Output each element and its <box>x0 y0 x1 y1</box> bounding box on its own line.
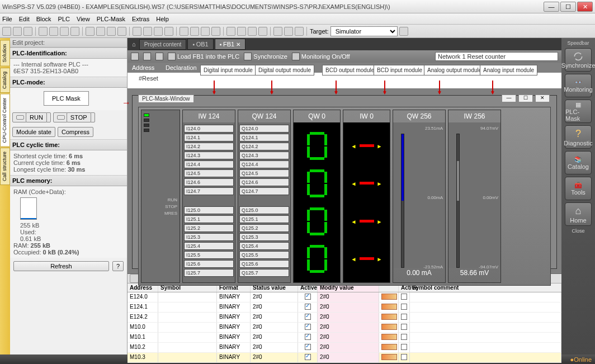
modify-control[interactable] <box>381 354 397 360</box>
menu-plcmask[interactable]: PLC-Mask <box>97 16 125 22</box>
io-bit[interactable]: I125.2 <box>184 224 234 232</box>
io-bit[interactable]: Q124.1 <box>239 134 289 141</box>
tool-icon[interactable] <box>226 27 235 36</box>
table-row[interactable]: E124.2BINARY2#02#0 <box>128 313 561 323</box>
checkbox[interactable] <box>305 324 311 330</box>
table-row[interactable]: E124.0BINARY2#02#0 <box>128 292 561 302</box>
tab-fb1[interactable]: ▪ FB1 ✕ <box>215 39 245 50</box>
speedbar-diagnostic[interactable]: ?Diagnostic <box>565 125 592 149</box>
io-bit[interactable]: I125.6 <box>184 260 234 268</box>
io-bit[interactable]: Q125.1 <box>239 215 289 223</box>
io-bit[interactable]: Q125.2 <box>239 224 289 232</box>
modify-control[interactable] <box>381 314 397 320</box>
min-icon[interactable]: — <box>502 94 516 102</box>
io-bit[interactable]: I124.2 <box>184 143 234 150</box>
table-row[interactable]: M10.0BINARY2#02#0 <box>128 323 561 333</box>
io-bit[interactable]: Q124.3 <box>239 152 289 159</box>
speedbar-tools[interactable]: 🧰Tools <box>565 177 592 200</box>
io-bit[interactable]: Q125.6 <box>239 260 289 268</box>
tool-icon[interactable] <box>237 27 246 36</box>
checkbox[interactable] <box>401 314 407 320</box>
io-bit[interactable]: I125.4 <box>184 242 234 250</box>
tab-cpu-control[interactable]: CPU-Control Center <box>0 94 10 147</box>
io-bit[interactable]: I125.3 <box>184 233 234 241</box>
checkbox[interactable] <box>401 334 407 340</box>
speedbar-catalog[interactable]: 📚Catalog <box>565 151 592 174</box>
modify-control[interactable] <box>381 324 397 330</box>
io-bit[interactable]: Q124.0 <box>239 125 289 133</box>
io-bit[interactable]: Q125.5 <box>239 251 289 259</box>
menu-view[interactable]: View <box>77 16 90 22</box>
module-iw0[interactable]: IW 0 ◄►◄►◄►◄► <box>343 110 390 283</box>
table-row[interactable]: M10.1BINARY2#02#0 <box>128 333 561 343</box>
io-bit[interactable]: Q125.0 <box>239 206 289 214</box>
tool-icon[interactable] <box>131 53 139 60</box>
io-bit[interactable]: I124.7 <box>184 187 234 195</box>
tool-icon[interactable] <box>258 27 267 36</box>
module-iw256[interactable]: IW 256 94.07mV 0.00mV -94.07mV 58.66 mV <box>448 110 501 283</box>
target-select[interactable]: Simulator <box>330 26 398 36</box>
io-bit[interactable]: I124.4 <box>184 160 234 168</box>
checkbox[interactable] <box>305 304 311 310</box>
io-bit[interactable]: Q124.7 <box>239 187 289 195</box>
tab-call-structure[interactable]: Call structure <box>0 148 10 185</box>
speedbar-plcmask[interactable]: ▦PLC-Mask <box>565 100 592 123</box>
io-bit[interactable]: Q124.5 <box>239 169 289 177</box>
tool-icon[interactable] <box>117 27 126 36</box>
module-qw0[interactable]: QW 0 <box>293 110 341 283</box>
io-bit[interactable]: I124.6 <box>184 178 234 186</box>
monitoring-button[interactable]: Monitoring On/Off <box>292 53 350 60</box>
tool-icon[interactable] <box>70 27 79 36</box>
tool-icon[interactable] <box>211 27 220 36</box>
menu-extras[interactable]: Extras <box>132 16 149 22</box>
io-bit[interactable]: I125.0 <box>184 206 234 214</box>
tool-icon[interactable] <box>13 27 22 36</box>
tab-project-content[interactable]: Project content <box>139 39 187 50</box>
home-icon[interactable]: ⌂ <box>130 41 138 48</box>
tab-solution[interactable]: Solution <box>0 40 10 67</box>
modify-control[interactable] <box>381 304 397 310</box>
analog-bar[interactable] <box>401 134 404 268</box>
checkbox[interactable] <box>305 354 311 360</box>
io-bit[interactable]: I124.1 <box>184 134 234 141</box>
tool-icon[interactable] <box>155 53 163 60</box>
checkbox[interactable] <box>401 304 407 310</box>
module-qw124[interactable]: QW 124 Q124.0Q124.1Q124.2Q124.3Q124.4Q12… <box>238 110 291 283</box>
checkbox[interactable] <box>305 344 311 350</box>
menu-block[interactable]: Block <box>36 16 51 22</box>
module-state-button[interactable]: Module state <box>12 127 55 137</box>
menu-file[interactable]: File <box>2 16 12 22</box>
tool-icon[interactable] <box>60 27 69 36</box>
io-bit[interactable]: I124.0 <box>184 125 234 133</box>
io-bit[interactable]: Q124.4 <box>239 160 289 168</box>
modify-control[interactable] <box>381 344 397 350</box>
tool-icon[interactable] <box>201 27 210 36</box>
io-bit[interactable]: Q125.7 <box>239 269 289 277</box>
tab-catalog[interactable]: Catalog <box>0 68 10 93</box>
maximize-button[interactable]: ☐ <box>560 2 576 12</box>
menu-help[interactable]: Help <box>156 16 169 22</box>
checkbox[interactable] <box>305 334 311 340</box>
io-bit[interactable]: I124.5 <box>184 169 234 177</box>
close-button[interactable]: ✕ <box>577 2 593 12</box>
tool-icon[interactable] <box>143 53 151 60</box>
stop-button[interactable]: STOP <box>53 112 95 122</box>
module-qw256[interactable]: QW 256 23.51mA 0.00mA -23.52mA 0.00 mA <box>393 110 446 283</box>
tab-ob1[interactable]: ▪ OB1 <box>187 39 213 50</box>
modify-control[interactable] <box>381 334 397 340</box>
table-row[interactable]: M10.3BINARY2#02#0 <box>128 353 561 363</box>
max-icon[interactable]: ☐ <box>518 94 533 102</box>
load-button[interactable]: Load FB1 into the PLC <box>168 53 239 60</box>
menu-plc[interactable]: PLC <box>58 16 70 22</box>
table-row[interactable]: M10.2BINARY2#02#0 <box>128 343 561 353</box>
tool-icon[interactable] <box>164 27 173 36</box>
checkbox[interactable] <box>401 294 407 300</box>
minimize-button[interactable]: — <box>544 2 559 12</box>
tool-icon[interactable] <box>190 27 199 36</box>
sync-button[interactable]: Synchronize <box>244 53 287 60</box>
tool-icon[interactable] <box>399 27 408 36</box>
tool-icon[interactable] <box>133 27 141 36</box>
tool-icon[interactable] <box>284 27 293 36</box>
tool-icon[interactable] <box>39 27 48 36</box>
tool-icon[interactable] <box>96 27 105 36</box>
